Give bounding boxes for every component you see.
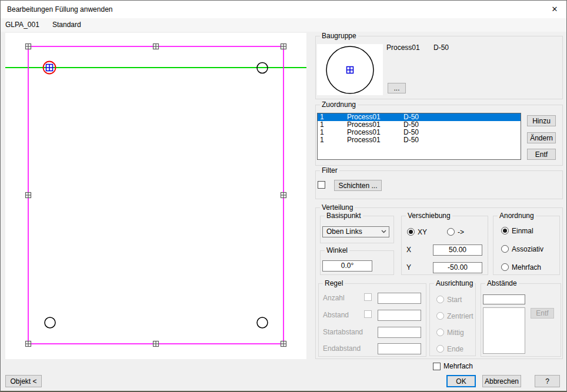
grip-handle[interactable]: [26, 341, 31, 347]
xy-radio[interactable]: [407, 228, 415, 236]
verschiebung-group-label: Verschiebung: [406, 212, 452, 220]
abstand-checkbox[interactable]: [364, 310, 372, 318]
change-button[interactable]: Ändern: [527, 132, 556, 143]
ausrichtung-group-label: Ausrichtung: [434, 279, 475, 287]
zuordnung-group-label: Zuordnung: [320, 100, 358, 109]
abstaende-list[interactable]: [483, 307, 525, 354]
filter-checkbox[interactable]: [318, 181, 325, 189]
dialog-title: Bearbeitungen Füllung anwenden: [7, 1, 112, 18]
assoziativ-radio[interactable]: [501, 245, 509, 253]
baugruppe-group: Baugruppe Process01 D-50 ...: [315, 36, 563, 99]
vector-radio-label: ->: [458, 228, 464, 237]
zentriert-radio[interactable]: [436, 312, 444, 320]
chevron-down-icon: [381, 230, 386, 233]
assignment-list[interactable]: 1 Process01 D-50 1 Process01 D-50 1 Proc…: [317, 113, 521, 160]
abstand-field[interactable]: [378, 310, 421, 321]
anordnung-group: Anordnung Einmal Assoziativ Mehrfach: [493, 216, 560, 275]
y-label: Y: [406, 263, 411, 272]
zuordnung-group: Zuordnung 1 Process01 D-50 1 Process01 D…: [315, 105, 563, 166]
winkel-group: Winkel 0.0°: [320, 250, 394, 275]
regel-group: Regel Anzahl Abstand Startabstand Endabs…: [318, 283, 426, 357]
grip-handle[interactable]: [281, 341, 286, 347]
endabstand-label: Endabstand: [323, 344, 361, 353]
abstand-label: Abstand: [323, 311, 349, 320]
y-offset-field[interactable]: -50.00: [433, 262, 482, 273]
einmal-radio-label: Einmal: [512, 227, 533, 236]
filter-group-label: Filter: [320, 166, 339, 175]
selected-grip-handle[interactable]: [46, 65, 53, 71]
ausrichtung-group: Ausrichtung Start Zentriert Mittig Ende: [429, 283, 476, 356]
layers-button[interactable]: Schichten ...: [334, 180, 382, 191]
base-point-select[interactable]: Oben Links: [322, 226, 389, 237]
verschiebung-group: Verschiebung XY -> X 50.00 Y -50.00: [401, 216, 488, 275]
winkel-group-label: Winkel: [325, 246, 349, 254]
basispunkt-group: Basispunkt Oben Links: [320, 216, 394, 243]
endabstand-field[interactable]: [378, 343, 421, 354]
mehrfach-checkbox-label: Mehrfach: [443, 362, 473, 371]
grip-handle[interactable]: [281, 193, 286, 198]
close-icon[interactable]: ✕: [543, 1, 566, 18]
start-radio-label: Start: [447, 296, 462, 304]
grip-handle[interactable]: [26, 44, 31, 49]
title-bar: Bearbeitungen Füllung anwenden ✕: [1, 1, 566, 18]
anzahl-field[interactable]: [378, 293, 421, 304]
grip-handle[interactable]: [281, 44, 286, 49]
program-id-label: GLPA_001: [5, 18, 39, 32]
grip-handle[interactable]: [154, 44, 159, 49]
assembly-preview-icon: [317, 44, 383, 95]
abstaende-group: Abstände Entf: [481, 283, 561, 357]
mehrfach-checkbox[interactable]: [433, 363, 441, 370]
hole-circle[interactable]: [45, 317, 55, 328]
assoziativ-radio-label: Assoziativ: [512, 245, 543, 254]
abstand-remove-button[interactable]: Entf: [531, 308, 554, 319]
fill-region-rectangle[interactable]: [28, 46, 284, 344]
base-point-value: Oben Links: [326, 227, 362, 236]
mehrfach-radio[interactable]: [501, 263, 509, 271]
zentriert-radio-label: Zentriert: [447, 312, 473, 321]
vector-radio[interactable]: [447, 228, 455, 236]
start-radio[interactable]: [436, 296, 444, 303]
einmal-radio[interactable]: [501, 227, 509, 234]
assembly-size: D-50: [433, 43, 449, 52]
anzahl-checkbox[interactable]: [364, 293, 372, 301]
assembly-preview: [317, 44, 383, 95]
grip-handle[interactable]: [154, 341, 159, 347]
x-label: X: [406, 246, 411, 254]
anordnung-group-label: Anordnung: [498, 212, 536, 220]
assembly-process-name: Process01: [386, 43, 420, 52]
list-item[interactable]: 1 Process01 D-50: [318, 136, 521, 144]
abstand-input[interactable]: [483, 294, 525, 304]
style-label: Standard: [52, 18, 81, 32]
basispunkt-group-label: Basispunkt: [325, 212, 363, 220]
ende-radio[interactable]: [436, 345, 444, 353]
angle-field[interactable]: 0.0°: [322, 260, 372, 272]
regel-group-label: Regel: [323, 279, 345, 287]
header-strip: GLPA_001 Standard: [1, 18, 566, 32]
mittig-radio[interactable]: [436, 329, 444, 336]
ende-radio-label: Ende: [447, 345, 463, 354]
drawing-canvas[interactable]: [5, 33, 306, 359]
verteilung-group: Verteilung Basispunkt Oben Links Winkel …: [315, 207, 563, 359]
xy-radio-label: XY: [418, 228, 427, 237]
startabstand-label: Startabstand: [323, 328, 363, 337]
grip-handle[interactable]: [26, 193, 31, 198]
verteilung-group-label: Verteilung: [320, 203, 355, 212]
anzahl-label: Anzahl: [323, 294, 345, 303]
object-pick-button[interactable]: Objekt <: [5, 375, 42, 387]
baugruppe-group-label: Baugruppe: [320, 32, 358, 40]
cancel-button[interactable]: Abbrechen: [482, 375, 521, 387]
browse-button[interactable]: ...: [388, 83, 406, 93]
mehrfach-radio-label: Mehrfach: [512, 263, 541, 272]
drawing-svg: [5, 33, 306, 359]
add-button[interactable]: Hinzu: [527, 115, 556, 126]
filter-group: Filter Schichten ...: [315, 170, 563, 199]
remove-button[interactable]: Entf: [527, 149, 556, 160]
mittig-radio-label: Mittig: [447, 329, 464, 337]
x-offset-field[interactable]: 50.00: [433, 244, 482, 256]
startabstand-field[interactable]: [378, 327, 421, 338]
dialog-window: Bearbeitungen Füllung anwenden ✕ GLPA_00…: [0, 0, 567, 392]
help-button[interactable]: ?: [535, 375, 560, 387]
ok-button[interactable]: OK: [446, 375, 476, 387]
abstaende-group-label: Abstände: [485, 279, 519, 287]
hole-circle[interactable]: [257, 317, 268, 328]
